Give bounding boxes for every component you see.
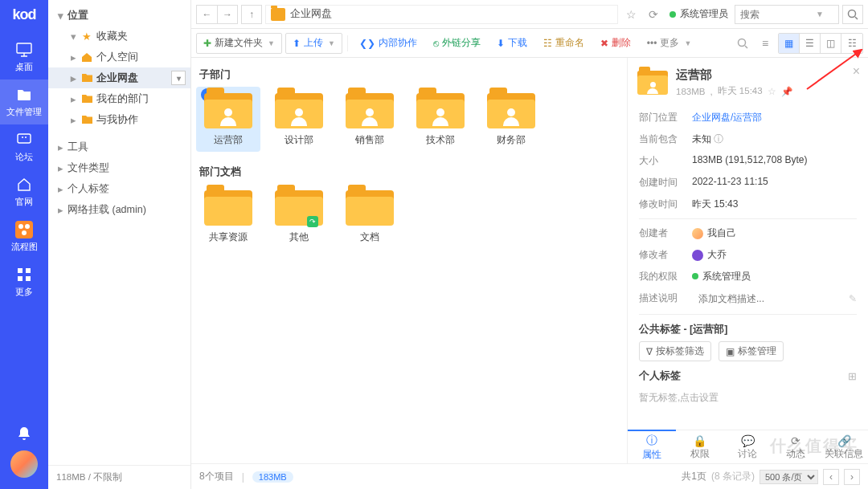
add-tag-button[interactable]: ⊞ bbox=[848, 370, 857, 382]
section-header: 子部门 bbox=[194, 64, 624, 87]
star-button[interactable]: ☆ bbox=[621, 5, 641, 24]
svg-rect-2 bbox=[15, 221, 33, 238]
pager: 共1页 (8 条记录) 500 条/页 ‹ › bbox=[682, 469, 860, 485]
tree-enterprise[interactable]: ▸ 企业网盘 ▾ bbox=[48, 67, 190, 88]
upload-icon: ⬆ bbox=[293, 38, 301, 49]
view-details[interactable]: ☷ bbox=[841, 34, 862, 53]
details-tab[interactable]: 🔗关联信息 bbox=[820, 430, 868, 463]
tree-personal[interactable]: ▸ 个人空间 bbox=[48, 47, 190, 67]
tree-tools[interactable]: ▸工具 bbox=[48, 137, 190, 157]
download-button[interactable]: ⬇下载 bbox=[490, 33, 534, 54]
rename-button[interactable]: ☷重命名 bbox=[537, 33, 591, 54]
tree-mounts[interactable]: ▸网络挂载 (admin) bbox=[48, 199, 190, 220]
btn-label: 更多 bbox=[660, 36, 679, 50]
rail-more[interactable]: 更多 bbox=[0, 259, 48, 304]
search-input[interactable] bbox=[740, 9, 813, 20]
tree-item-menu[interactable]: ▾ bbox=[171, 71, 186, 85]
details-tabs: ⓘ属性🔒权限💬讨论⟳动态🔗关联信息 bbox=[628, 430, 868, 463]
folder-icon bbox=[271, 8, 285, 21]
personal-tags-hint[interactable]: 暂无标签,点击设置 bbox=[639, 388, 857, 408]
kv-value: 大乔 bbox=[692, 248, 857, 262]
rail-desktop[interactable]: 桌面 bbox=[0, 35, 48, 79]
folder-item[interactable]: 技术部 bbox=[408, 87, 473, 152]
folder-item[interactable]: 财务部 bbox=[479, 87, 543, 152]
upload-button[interactable]: ⬆上传▼ bbox=[285, 33, 342, 54]
tab-label: 属性 bbox=[642, 449, 661, 461]
rail-site[interactable]: 官网 bbox=[0, 169, 48, 214]
new-folder-button[interactable]: ✚新建文件夹▼ bbox=[196, 33, 282, 54]
chevron-down-icon: ▾ bbox=[56, 11, 64, 19]
filter-tags-button[interactable]: ∇按标签筛选 bbox=[639, 341, 711, 361]
tab-icon: ⓘ bbox=[646, 434, 657, 448]
search-button[interactable] bbox=[842, 5, 863, 24]
rail-files[interactable]: 文件管理 bbox=[0, 79, 48, 124]
kv-value[interactable]: 企业网盘/运营部 bbox=[692, 111, 857, 124]
page-next[interactable]: › bbox=[844, 469, 860, 485]
edit-icon[interactable]: ✎ bbox=[849, 293, 857, 304]
view-icons[interactable]: ▦ bbox=[779, 34, 800, 53]
btn-label: 按标签筛选 bbox=[656, 344, 704, 358]
description-input[interactable] bbox=[698, 293, 842, 304]
details-tab[interactable]: ⟳动态 bbox=[772, 430, 820, 463]
internal-share-button[interactable]: ❮❯内部协作 bbox=[353, 33, 424, 54]
folder-item[interactable]: ↷ 其他 bbox=[267, 184, 331, 249]
tree-tags[interactable]: ▸个人标签 bbox=[48, 178, 190, 199]
nav-up[interactable]: ↑ bbox=[241, 5, 262, 24]
details-header: 运营部 183MB, 昨天 15:43 ☆ 📌 × bbox=[628, 58, 868, 104]
file-grid[interactable]: 子部门 ✓ 运营部 设计部 销售部 技术部 财务部 部门文档 共享资源 ↷ 其他… bbox=[191, 58, 627, 463]
delete-button[interactable]: ✖删除 bbox=[594, 33, 637, 54]
tree-filetypes[interactable]: ▸文件类型 bbox=[48, 157, 190, 178]
rail-notifications[interactable] bbox=[0, 417, 48, 450]
pin-icon[interactable]: 📌 bbox=[781, 86, 792, 97]
external-share-button[interactable]: ⎋外链分享 bbox=[427, 33, 487, 54]
chevron-down-icon[interactable]: ▼ bbox=[816, 10, 824, 18]
breadcrumb[interactable]: 企业网盘 bbox=[265, 5, 618, 24]
folder-item[interactable]: 共享资源 bbox=[196, 184, 260, 249]
details-tab[interactable]: ⓘ属性 bbox=[628, 430, 676, 463]
folder-item[interactable]: ✓ 运营部 bbox=[196, 87, 260, 152]
folder-item[interactable]: 销售部 bbox=[338, 87, 402, 152]
tree-header[interactable]: ▾ 位置 bbox=[48, 5, 190, 26]
sort-button[interactable]: ≡ bbox=[755, 34, 775, 53]
rail-forum[interactable]: 论坛 bbox=[0, 124, 48, 169]
rail-flow[interactable]: 流程图 bbox=[0, 214, 48, 259]
kv-key: 创建时间 bbox=[639, 176, 692, 189]
folder-item[interactable]: 文档 bbox=[338, 184, 402, 249]
zoom-button[interactable] bbox=[733, 34, 752, 53]
user-chip[interactable]: 系统管理员 bbox=[666, 7, 731, 21]
view-columns[interactable]: ◫ bbox=[821, 34, 841, 53]
info-icon[interactable]: ⓘ bbox=[714, 133, 723, 145]
refresh-button[interactable]: ⟳ bbox=[644, 5, 663, 24]
nav-back[interactable]: ← bbox=[196, 5, 217, 24]
details-size: 183MB bbox=[676, 87, 705, 96]
tree-shared[interactable]: ▸ 与我协作 bbox=[48, 109, 190, 130]
btn-label: 标签管理 bbox=[738, 344, 776, 358]
manage-tags-button[interactable]: ▣标签管理 bbox=[719, 341, 784, 361]
folder-icon: ↷ bbox=[275, 189, 323, 226]
per-page-select[interactable]: 500 条/页 bbox=[760, 470, 818, 484]
folder-item[interactable]: 设计部 bbox=[267, 87, 331, 152]
kv-key: 部门位置 bbox=[639, 111, 692, 124]
svg-rect-9 bbox=[26, 276, 31, 281]
search-box[interactable]: ▼ bbox=[735, 5, 839, 24]
close-button[interactable]: × bbox=[853, 64, 860, 79]
nav-forward[interactable]: → bbox=[217, 5, 238, 24]
tree-footer: 118MB / 不限制 bbox=[48, 465, 190, 489]
star-icon[interactable]: ☆ bbox=[768, 86, 776, 97]
view-switcher: ▦ ☰ ◫ ☷ bbox=[778, 33, 863, 54]
more-button[interactable]: •••更多▼ bbox=[641, 33, 698, 54]
btn-label: 删除 bbox=[612, 36, 631, 50]
page-prev[interactable]: ‹ bbox=[823, 469, 839, 485]
tree-my-dept[interactable]: ▸ 我在的部门 bbox=[48, 88, 190, 109]
tree-favorites[interactable]: ▾ ★ 收藏夹 bbox=[48, 26, 190, 47]
folder-icon bbox=[80, 92, 93, 105]
tree-header-label: 位置 bbox=[68, 9, 88, 22]
filter-icon: ∇ bbox=[646, 346, 653, 357]
rail-avatar[interactable] bbox=[10, 450, 38, 478]
total-size: 183MB bbox=[252, 471, 293, 483]
svg-rect-0 bbox=[17, 43, 31, 53]
details-tab[interactable]: 💬讨论 bbox=[724, 430, 772, 463]
btn-label: 外链分享 bbox=[442, 36, 481, 50]
view-list[interactable]: ☰ bbox=[800, 34, 821, 53]
details-tab[interactable]: 🔒权限 bbox=[676, 430, 724, 463]
